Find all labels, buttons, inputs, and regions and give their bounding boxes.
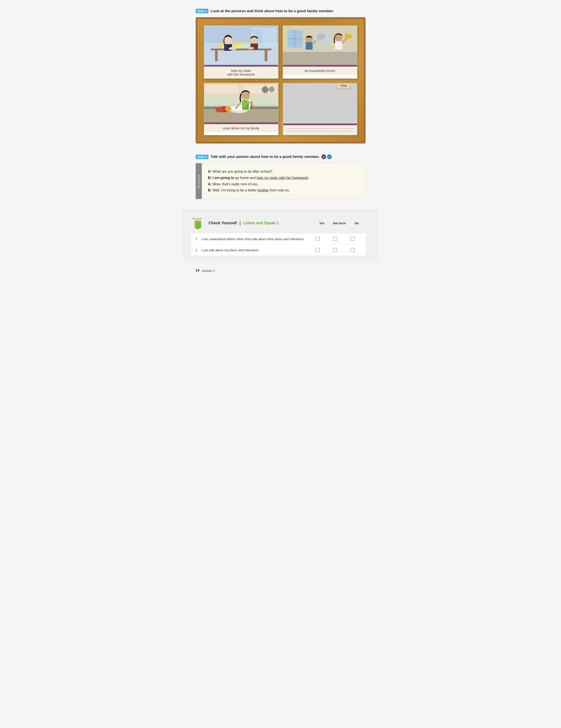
check-notsure-1[interactable]	[326, 237, 344, 241]
svg-rect-30	[316, 29, 329, 44]
check-header-row: Check Yourself Listen and Speak 1 Yes No…	[191, 217, 366, 229]
photo-chores	[283, 26, 357, 65]
check-yourself-title: Check Yourself	[209, 221, 237, 225]
column-headers: Yes Not Sure No	[313, 221, 366, 225]
checkbox-no-2[interactable]	[351, 248, 355, 252]
svg-point-57	[247, 101, 248, 102]
dialog-end-b1: .	[308, 176, 309, 180]
photo-cooking	[204, 83, 278, 122]
label-line-1	[287, 129, 353, 129]
speaker-b2: B:	[208, 188, 212, 192]
step3-instruction: Step 3 Look at the pictures and think ab…	[196, 9, 366, 13]
dialog-text-b2: Well, I'm trying to be a better	[211, 188, 258, 192]
you-label-bar	[283, 123, 357, 125]
you-badge: YOU	[337, 83, 350, 89]
dialog-line-4: B: Well, I'm trying to be a better broth…	[208, 187, 359, 194]
listen-speak-subtitle: Listen and Speak 1	[243, 221, 279, 225]
speaker-b1: B:	[208, 176, 212, 180]
checkbox-notsure-2[interactable]	[333, 248, 337, 252]
check-yes-1[interactable]	[309, 237, 326, 241]
col-no: No	[348, 221, 366, 225]
card-homework-label: help my sister with her homework	[204, 67, 278, 78]
svg-point-55	[243, 102, 244, 103]
dialog-b-bold: I am going to	[211, 176, 234, 180]
example-container: Example A: What are you going to do afte…	[196, 163, 366, 199]
example-tab: Example	[196, 163, 202, 199]
dialog-end-b2: from now on.	[269, 188, 290, 192]
chores-svg	[283, 26, 357, 65]
check-text-1: I can understand others when they talk a…	[201, 237, 309, 241]
svg-rect-7	[265, 50, 267, 61]
svg-point-51	[225, 107, 231, 111]
check-row-1: 1 I can understand others when they talk…	[191, 233, 366, 245]
step3-badge: Step 3	[196, 9, 208, 13]
photo-homework	[204, 26, 278, 65]
you-label-area	[283, 125, 357, 135]
svg-rect-6	[215, 50, 218, 61]
check-yes-2[interactable]	[309, 248, 326, 252]
svg-point-56	[245, 103, 246, 105]
dialog-underline-b1: help my sister with her homework	[256, 176, 308, 180]
svg-point-50	[215, 107, 223, 112]
speaker-a2: A:	[208, 182, 212, 186]
label-line-2	[287, 131, 353, 131]
svg-rect-4	[264, 29, 274, 44]
check-boxes-2	[309, 248, 361, 252]
dialog-line-3: A: Wow, that's really nice of you.	[208, 181, 359, 187]
you-photo-area	[283, 83, 357, 123]
svg-rect-65	[194, 221, 201, 222]
check-title-box: Check Yourself Listen and Speak 1	[209, 221, 279, 226]
check-text-2: I can talk about my plans and intentions…	[201, 248, 309, 252]
card-cooking-bar	[204, 122, 278, 124]
card-you: YOU	[283, 83, 357, 135]
svg-point-58	[244, 105, 245, 107]
page-footer: 14 Lesson 1	[196, 269, 366, 272]
check-num-2: 2	[196, 248, 199, 252]
dialog-text-b1: go home and	[234, 176, 256, 180]
checkbox-yes-1[interactable]	[316, 237, 320, 241]
checkbox-yes-2[interactable]	[316, 248, 320, 252]
cooking-svg	[204, 83, 278, 122]
col-yes: Yes	[313, 221, 331, 225]
icon-person1: ●	[321, 154, 326, 159]
page-number: 14	[196, 269, 199, 272]
dialog-text-a1: What are you going to do after school?	[211, 170, 272, 173]
card-chores-label: do household chores	[283, 67, 357, 75]
col-not-sure: Not Sure	[331, 221, 348, 225]
checkbox-notsure-1[interactable]	[333, 237, 337, 241]
card-chores-bar	[283, 65, 357, 67]
step4-text: Talk with your partner about how to be a…	[211, 155, 320, 159]
card-chores: do household chores	[283, 25, 357, 79]
check-title-divider	[240, 221, 240, 226]
homework-svg	[204, 26, 278, 65]
check-table: 1 I can understand others when they talk…	[191, 233, 366, 255]
check-notsure-2[interactable]	[326, 248, 344, 252]
dialog-underline-b2: brother	[258, 188, 269, 192]
step4-section: Step 4 Talk with your partner about how …	[196, 154, 366, 199]
check-section: Check Yourself Listen and Speak 1 Yes No…	[182, 210, 379, 262]
svg-rect-27	[306, 42, 313, 50]
check-boxes-1	[309, 237, 361, 241]
card-cooking: cook dinner for my family	[204, 83, 278, 135]
svg-rect-38	[205, 84, 239, 94]
dialog-icons: ● ●	[321, 154, 332, 159]
dialog-line-1: A: What are you going to do after school…	[208, 169, 359, 175]
checkbox-no-1[interactable]	[351, 237, 355, 241]
check-no-1[interactable]	[344, 237, 361, 241]
svg-rect-22	[283, 52, 357, 65]
example-content: A: What are you going to do after school…	[202, 163, 366, 199]
check-row-2: 2 I can talk about my plans and intentio…	[191, 245, 366, 255]
step4-badge: Step 4	[196, 155, 208, 159]
speaker-a1: A:	[208, 170, 212, 173]
card-homework-bar	[204, 65, 278, 67]
lesson-label: Lesson 1	[201, 269, 215, 272]
check-no-2[interactable]	[344, 248, 361, 252]
card-cooking-label: cook dinner for my family	[204, 124, 278, 132]
pencil-icon	[191, 217, 204, 229]
svg-point-44	[269, 87, 274, 92]
svg-rect-5	[211, 49, 272, 50]
dialog-text-a2: Wow, that's really nice of you.	[211, 182, 258, 186]
dialog-line-2: B: I am going to go home and help my sis…	[208, 175, 359, 181]
card-homework: help my sister with her homework	[204, 25, 278, 79]
step3-text: Look at the pictures and think about how…	[211, 9, 334, 13]
